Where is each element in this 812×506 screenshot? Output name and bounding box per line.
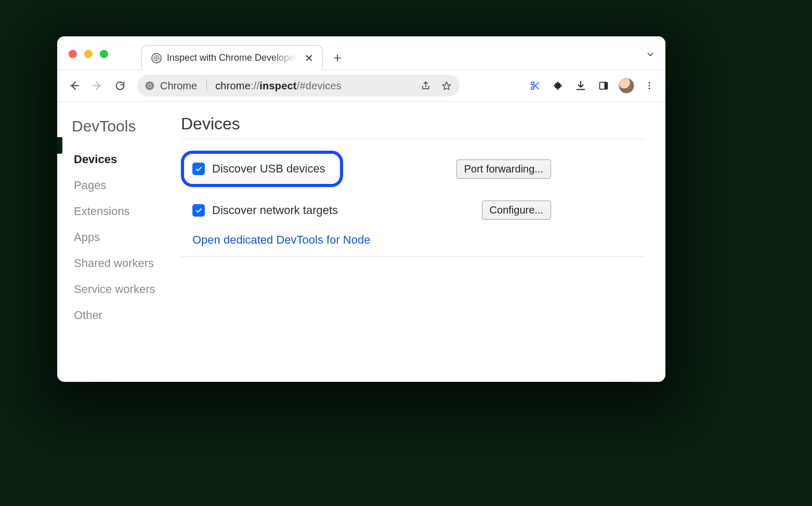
tabs-dropdown-button[interactable] <box>643 47 658 62</box>
toolbar-right <box>527 78 657 94</box>
window-controls <box>69 50 108 58</box>
svg-point-3 <box>149 85 151 87</box>
browser-tab[interactable]: Inspect with Chrome Developer ✕ <box>141 45 323 70</box>
svg-point-9 <box>649 85 650 87</box>
share-icon[interactable] <box>418 78 434 94</box>
downloads-icon[interactable] <box>573 78 588 94</box>
toolbar: Chrome chrome://inspect/#devices <box>57 70 665 102</box>
chrome-icon <box>145 81 155 91</box>
extensions-icon[interactable] <box>550 78 566 94</box>
tab-close-button[interactable]: ✕ <box>303 52 315 64</box>
option-discover-usb: Discover USB devices <box>181 151 343 187</box>
sidebar-item-apps[interactable]: Apps <box>72 224 173 250</box>
sidebar: DevTools Devices Pages Extensions Apps S… <box>62 102 177 382</box>
sidebar-menu: Devices Pages Extensions Apps Shared wor… <box>72 147 173 328</box>
main-panel: Devices Discover USB devices Port forwar… <box>177 102 665 382</box>
tab-title: Inspect with Chrome Developer <box>167 52 297 63</box>
label-discover-network: Discover network targets <box>212 204 338 217</box>
profile-avatar[interactable] <box>619 78 634 94</box>
sidebar-item-service-workers[interactable]: Service workers <box>72 276 173 302</box>
open-node-devtools-link[interactable]: Open dedicated DevTools for Node <box>192 233 370 246</box>
menu-icon[interactable] <box>641 78 657 94</box>
forward-button[interactable] <box>88 77 106 95</box>
svg-point-8 <box>649 82 650 84</box>
url-text: chrome://inspect/#devices <box>215 80 342 92</box>
scissors-icon[interactable] <box>527 78 543 94</box>
back-button[interactable] <box>66 77 83 95</box>
checkbox-discover-network[interactable] <box>192 204 205 217</box>
sidebar-item-pages[interactable]: Pages <box>72 172 173 198</box>
side-panel-icon[interactable] <box>596 78 611 94</box>
divider <box>181 256 645 257</box>
option-row-usb: Discover USB devices Port forwarding... <box>181 151 645 187</box>
page-content: DevTools Devices Pages Extensions Apps S… <box>57 102 665 382</box>
sidebar-item-shared-workers[interactable]: Shared workers <box>72 250 173 276</box>
port-forwarding-button[interactable]: Port forwarding... <box>456 159 551 179</box>
window-close-button[interactable] <box>69 50 77 58</box>
configure-button[interactable]: Configure... <box>482 201 551 220</box>
sidebar-item-extensions[interactable]: Extensions <box>72 198 173 224</box>
option-discover-network: Discover network targets <box>181 204 338 217</box>
titlebar: Inspect with Chrome Developer ✕ ＋ <box>57 36 665 70</box>
page-heading: Devices <box>181 114 645 134</box>
option-row-network: Discover network targets Configure... <box>181 201 645 220</box>
svg-rect-7 <box>605 82 608 89</box>
sidebar-brand: DevTools <box>72 117 173 135</box>
divider <box>181 139 645 139</box>
globe-icon <box>151 53 162 63</box>
sidebar-item-devices[interactable]: Devices <box>72 147 173 172</box>
new-tab-button[interactable]: ＋ <box>327 47 348 68</box>
chip-separator <box>206 79 207 92</box>
sidebar-item-other[interactable]: Other <box>72 302 173 328</box>
url-chip-label: Chrome <box>160 80 197 92</box>
browser-window: Inspect with Chrome Developer ✕ ＋ Chrome <box>57 36 665 382</box>
reload-button[interactable] <box>111 77 129 95</box>
window-minimize-button[interactable] <box>84 50 93 58</box>
tab-strip: Inspect with Chrome Developer ✕ ＋ <box>141 36 348 70</box>
svg-point-10 <box>649 88 650 89</box>
label-discover-usb: Discover USB devices <box>212 162 325 176</box>
checkbox-discover-usb[interactable] <box>192 163 205 175</box>
window-fullscreen-button[interactable] <box>100 50 108 58</box>
bookmark-star-icon[interactable] <box>439 78 454 94</box>
address-bar[interactable]: Chrome chrome://inspect/#devices <box>137 75 460 97</box>
active-nav-indicator <box>57 137 62 154</box>
